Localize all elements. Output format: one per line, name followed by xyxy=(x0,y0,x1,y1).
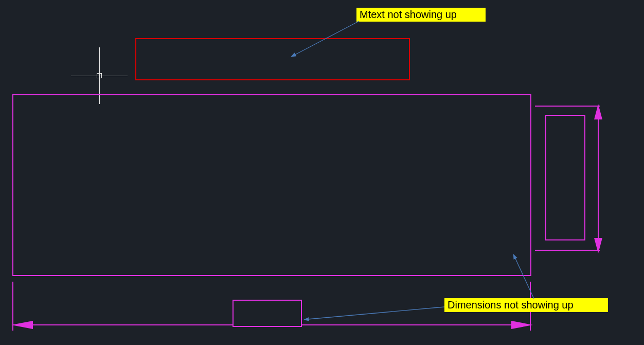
main-rectangle[interactable] xyxy=(12,94,531,276)
annotation-callout-dimensions: Dimensions not showing up xyxy=(444,298,608,312)
annotation-callout-dimensions-label: Dimensions not showing up xyxy=(448,299,574,310)
annotation-callout-mtext-label: Mtext not showing up xyxy=(360,9,457,20)
cad-drawing-canvas[interactable]: Mtext not showing up Dimensions not show… xyxy=(0,0,644,345)
horizontal-dimension-extension-1 xyxy=(12,282,13,331)
svg-line-5 xyxy=(308,307,444,319)
vertical-dimension-extension-2 xyxy=(535,250,600,251)
vertical-dimension-line[interactable] xyxy=(598,106,599,251)
horizontal-dimension-text-box[interactable] xyxy=(232,300,302,327)
vertical-dimension-extension-1 xyxy=(535,106,600,107)
mtext-box[interactable] xyxy=(135,38,410,80)
small-right-rectangle[interactable] xyxy=(545,115,585,240)
annotation-callout-mtext: Mtext not showing up xyxy=(356,8,486,22)
